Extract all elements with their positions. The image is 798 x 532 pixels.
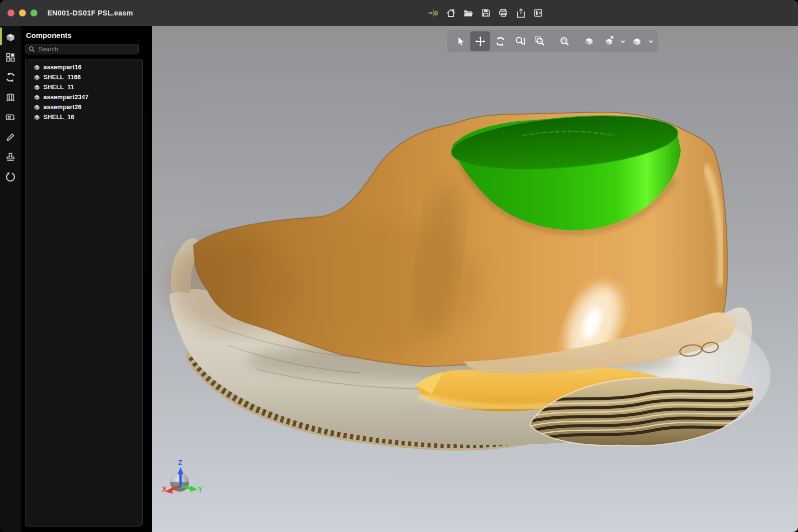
tree-item-assempart16[interactable]: assempart16 — [33, 62, 142, 72]
reset-tool-icon[interactable] — [2, 169, 19, 185]
minimize-window-button[interactable] — [19, 9, 26, 16]
zoom-area-tool-button[interactable] — [530, 31, 550, 51]
zoom-fit-tool-button[interactable] — [555, 31, 575, 51]
panel-heading: Components — [26, 31, 152, 39]
tree-item-label: SHELL_11 — [43, 84, 74, 91]
titlebar-toolbar: e — [428, 0, 544, 26]
search-box[interactable] — [25, 44, 139, 54]
tree-item-label: assempart26 — [43, 104, 81, 111]
zoom-window-button[interactable] — [30, 9, 37, 16]
edrawings-logo-icon[interactable]: e — [428, 7, 439, 18]
axis-label-x: X — [162, 485, 167, 493]
select-tool-button[interactable] — [450, 31, 470, 51]
print-icon[interactable] — [498, 7, 509, 18]
share-icon[interactable] — [515, 7, 526, 18]
view-orientation-button[interactable] — [599, 31, 619, 51]
view-toolbar — [447, 30, 658, 52]
components-tree: assempart16 SHELL_1166 SHELL_11 assempar… — [25, 59, 143, 527]
axis-label-y: Y — [198, 485, 203, 493]
display-style-dropdown-icon[interactable] — [647, 31, 655, 51]
zoom-tool-button[interactable] — [510, 31, 530, 51]
tree-item-shell-11[interactable]: SHELL_11 — [33, 82, 142, 92]
mass-properties-tool-icon[interactable] — [2, 89, 19, 106]
main-area: Components assempart16 SHELL_1166 — [0, 26, 798, 532]
part-icon — [33, 74, 40, 81]
part-icon — [33, 94, 40, 101]
axis-triad: X Y Z — [162, 459, 203, 494]
views-tool-icon[interactable] — [2, 49, 19, 66]
tree-item-label: SHELL_16 — [43, 114, 74, 121]
close-window-button[interactable] — [7, 9, 14, 16]
tree-item-label: assempart16 — [43, 64, 81, 71]
part-icon — [33, 114, 40, 121]
part-icon — [33, 64, 40, 71]
part-icon — [33, 84, 40, 91]
components-panel: Components assempart16 SHELL_1166 — [21, 26, 152, 532]
tree-item-label: assempart2347 — [43, 94, 88, 101]
rotate-tool-button[interactable] — [490, 31, 510, 51]
toggle-panel-icon[interactable] — [533, 7, 544, 18]
shoe-model-render: X Y Z — [152, 26, 798, 532]
window-title: EN001-DS01F PSL.easm — [47, 0, 133, 26]
tree-item-label: SHELL_1166 — [43, 74, 81, 81]
markup-tool-icon[interactable] — [2, 129, 19, 146]
viewport-3d[interactable]: X Y Z — [152, 26, 798, 532]
components-tool-icon[interactable] — [2, 29, 19, 46]
save-icon[interactable] — [480, 7, 491, 18]
search-icon — [28, 46, 35, 52]
tree-item-shell-16[interactable]: SHELL_16 — [33, 112, 142, 122]
active-tool-indicator — [0, 27, 2, 45]
perspective-view-button[interactable] — [579, 31, 599, 51]
part-icon — [33, 104, 40, 111]
axis-label-z: Z — [178, 459, 183, 467]
left-toolstrip — [0, 26, 21, 532]
view-orientation-dropdown-icon[interactable] — [619, 31, 627, 51]
svg-text:e: e — [434, 9, 438, 17]
search-input[interactable] — [37, 45, 135, 53]
traffic-lights — [7, 0, 37, 26]
measure-tool-icon[interactable] — [2, 109, 19, 126]
stamp-tool-icon[interactable] — [2, 149, 19, 166]
tree-item-assempart2347[interactable]: assempart2347 — [33, 92, 142, 102]
open-file-icon[interactable] — [463, 7, 474, 18]
home-icon[interactable] — [445, 7, 456, 18]
pan-tool-button[interactable] — [470, 31, 490, 51]
titlebar: EN001-DS01F PSL.easm e — [0, 0, 798, 26]
tree-item-assempart26[interactable]: assempart26 — [33, 102, 142, 112]
animate-tool-icon[interactable] — [2, 69, 19, 86]
display-style-button[interactable] — [627, 31, 647, 51]
app-window: EN001-DS01F PSL.easm e — [0, 0, 798, 532]
tree-item-shell-1166[interactable]: SHELL_1166 — [33, 72, 142, 82]
